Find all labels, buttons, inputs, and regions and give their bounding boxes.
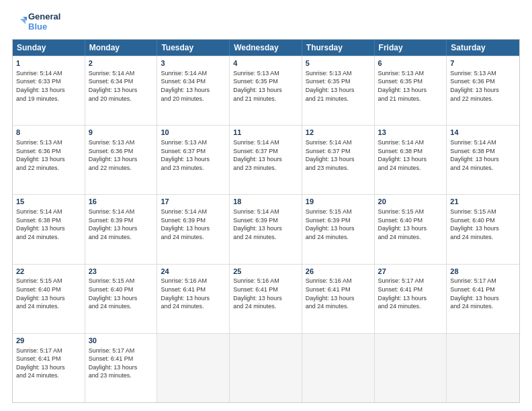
calendar-cell: 4Sunrise: 5:13 AM Sunset: 6:35 PM Daylig… [230, 56, 302, 125]
day-info: Sunrise: 5:14 AM Sunset: 6:38 PM Dayligh… [378, 138, 443, 172]
day-number: 28 [450, 267, 516, 277]
calendar-cell: 12Sunrise: 5:14 AM Sunset: 6:37 PM Dayli… [302, 126, 375, 194]
day-number: 23 [89, 267, 154, 277]
day-number: 4 [233, 58, 298, 68]
logo: General Blue [12, 12, 60, 32]
calendar-cell: 8Sunrise: 5:13 AM Sunset: 6:36 PM Daylig… [13, 126, 85, 194]
day-info: Sunrise: 5:13 AM Sunset: 6:35 PM Dayligh… [233, 69, 298, 103]
calendar-cell: 18Sunrise: 5:14 AM Sunset: 6:39 PM Dayli… [230, 195, 302, 263]
day-number: 13 [378, 128, 443, 138]
calendar-cell: 7Sunrise: 5:13 AM Sunset: 6:36 PM Daylig… [447, 56, 519, 125]
day-info: Sunrise: 5:14 AM Sunset: 6:33 PM Dayligh… [16, 69, 81, 103]
day-number: 2 [89, 58, 154, 68]
calendar-cell: 5Sunrise: 5:13 AM Sunset: 6:35 PM Daylig… [302, 56, 375, 125]
calendar-cell: 27Sunrise: 5:17 AM Sunset: 6:41 PM Dayli… [375, 265, 447, 333]
day-number: 1 [16, 58, 81, 68]
day-info: Sunrise: 5:15 AM Sunset: 6:40 PM Dayligh… [378, 208, 443, 241]
day-number: 6 [378, 58, 443, 68]
calendar-cell: 2Sunrise: 5:14 AM Sunset: 6:34 PM Daylig… [85, 56, 158, 125]
day-number: 18 [233, 197, 298, 207]
calendar-cell: 19Sunrise: 5:15 AM Sunset: 6:39 PM Dayli… [302, 195, 375, 263]
day-number: 14 [450, 128, 516, 138]
calendar-cell [157, 334, 230, 402]
day-info: Sunrise: 5:16 AM Sunset: 6:41 PM Dayligh… [306, 277, 371, 310]
day-number: 3 [161, 58, 226, 68]
day-number: 25 [233, 267, 298, 277]
day-number: 7 [450, 58, 516, 68]
calendar-cell: 21Sunrise: 5:15 AM Sunset: 6:40 PM Dayli… [447, 195, 519, 263]
day-info: Sunrise: 5:13 AM Sunset: 6:36 PM Dayligh… [89, 138, 154, 172]
day-info: Sunrise: 5:14 AM Sunset: 6:39 PM Dayligh… [161, 208, 226, 241]
day-number: 20 [378, 197, 443, 207]
calendar-page: General Blue SundayMondayTuesdayWednesda… [0, 0, 532, 411]
day-info: Sunrise: 5:13 AM Sunset: 6:36 PM Dayligh… [450, 69, 516, 103]
calendar-cell: 9Sunrise: 5:13 AM Sunset: 6:36 PM Daylig… [85, 126, 158, 194]
calendar-cell: 3Sunrise: 5:14 AM Sunset: 6:34 PM Daylig… [157, 56, 230, 125]
day-number: 16 [89, 197, 154, 207]
calendar-cell: 23Sunrise: 5:15 AM Sunset: 6:40 PM Dayli… [85, 265, 158, 333]
calendar-header-cell: Wednesday [230, 40, 302, 56]
day-info: Sunrise: 5:15 AM Sunset: 6:39 PM Dayligh… [306, 208, 371, 241]
calendar-cell: 28Sunrise: 5:17 AM Sunset: 6:41 PM Dayli… [447, 265, 519, 333]
calendar-header-cell: Saturday [447, 40, 519, 56]
day-info: Sunrise: 5:17 AM Sunset: 6:41 PM Dayligh… [450, 277, 516, 310]
day-number: 27 [378, 267, 443, 277]
calendar-cell: 15Sunrise: 5:14 AM Sunset: 6:38 PM Dayli… [13, 195, 85, 263]
day-number: 24 [161, 267, 226, 277]
logo-bird-icon [12, 15, 27, 30]
calendar-cell: 30Sunrise: 5:17 AM Sunset: 6:41 PM Dayli… [85, 334, 158, 402]
calendar-cell: 26Sunrise: 5:16 AM Sunset: 6:41 PM Dayli… [302, 265, 375, 333]
calendar-row: 8Sunrise: 5:13 AM Sunset: 6:36 PM Daylig… [13, 125, 519, 194]
day-info: Sunrise: 5:16 AM Sunset: 6:41 PM Dayligh… [161, 277, 226, 310]
calendar-row: 29Sunrise: 5:17 AM Sunset: 6:41 PM Dayli… [13, 333, 519, 402]
day-number: 29 [16, 336, 81, 346]
day-info: Sunrise: 5:15 AM Sunset: 6:40 PM Dayligh… [16, 277, 81, 310]
calendar-cell: 17Sunrise: 5:14 AM Sunset: 6:39 PM Dayli… [157, 195, 230, 263]
logo-text: General Blue [28, 12, 60, 32]
day-info: Sunrise: 5:14 AM Sunset: 6:39 PM Dayligh… [89, 208, 154, 241]
calendar-header-cell: Thursday [302, 40, 375, 56]
calendar-body: 1Sunrise: 5:14 AM Sunset: 6:33 PM Daylig… [13, 56, 519, 402]
day-info: Sunrise: 5:13 AM Sunset: 6:35 PM Dayligh… [378, 69, 443, 103]
calendar-header: SundayMondayTuesdayWednesdayThursdayFrid… [13, 40, 519, 56]
day-number: 30 [89, 336, 154, 346]
calendar-cell: 20Sunrise: 5:15 AM Sunset: 6:40 PM Dayli… [375, 195, 447, 263]
calendar-header-cell: Friday [375, 40, 447, 56]
day-info: Sunrise: 5:14 AM Sunset: 6:38 PM Dayligh… [450, 138, 516, 172]
calendar-cell: 22Sunrise: 5:15 AM Sunset: 6:40 PM Dayli… [13, 265, 85, 333]
day-info: Sunrise: 5:13 AM Sunset: 6:37 PM Dayligh… [161, 138, 226, 172]
day-number: 5 [306, 58, 371, 68]
calendar-row: 1Sunrise: 5:14 AM Sunset: 6:33 PM Daylig… [13, 56, 519, 125]
day-info: Sunrise: 5:17 AM Sunset: 6:41 PM Dayligh… [378, 277, 443, 310]
day-info: Sunrise: 5:17 AM Sunset: 6:41 PM Dayligh… [89, 347, 154, 380]
calendar-cell: 16Sunrise: 5:14 AM Sunset: 6:39 PM Dayli… [85, 195, 158, 263]
calendar-cell [447, 334, 519, 402]
day-number: 17 [161, 197, 226, 207]
calendar: SundayMondayTuesdayWednesdayThursdayFrid… [12, 39, 520, 403]
day-info: Sunrise: 5:14 AM Sunset: 6:39 PM Dayligh… [233, 208, 298, 241]
day-number: 9 [89, 128, 154, 138]
day-info: Sunrise: 5:15 AM Sunset: 6:40 PM Dayligh… [89, 277, 154, 310]
day-number: 12 [306, 128, 371, 138]
calendar-header-cell: Sunday [13, 40, 85, 56]
calendar-cell: 6Sunrise: 5:13 AM Sunset: 6:35 PM Daylig… [375, 56, 447, 125]
day-number: 21 [450, 197, 516, 207]
calendar-cell: 29Sunrise: 5:17 AM Sunset: 6:41 PM Dayli… [13, 334, 85, 402]
day-info: Sunrise: 5:14 AM Sunset: 6:34 PM Dayligh… [161, 69, 226, 103]
calendar-cell: 1Sunrise: 5:14 AM Sunset: 6:33 PM Daylig… [13, 56, 85, 125]
calendar-cell: 11Sunrise: 5:14 AM Sunset: 6:37 PM Dayli… [230, 126, 302, 194]
day-info: Sunrise: 5:14 AM Sunset: 6:34 PM Dayligh… [89, 69, 154, 103]
calendar-row: 15Sunrise: 5:14 AM Sunset: 6:38 PM Dayli… [13, 194, 519, 263]
day-number: 10 [161, 128, 226, 138]
calendar-header-cell: Monday [85, 40, 158, 56]
page-header: General Blue [12, 12, 520, 32]
calendar-header-cell: Tuesday [157, 40, 230, 56]
day-info: Sunrise: 5:13 AM Sunset: 6:35 PM Dayligh… [306, 69, 371, 103]
calendar-cell: 24Sunrise: 5:16 AM Sunset: 6:41 PM Dayli… [157, 265, 230, 333]
calendar-cell [375, 334, 447, 402]
calendar-cell: 25Sunrise: 5:16 AM Sunset: 6:41 PM Dayli… [230, 265, 302, 333]
calendar-cell [230, 334, 302, 402]
day-number: 19 [306, 197, 371, 207]
day-info: Sunrise: 5:14 AM Sunset: 6:37 PM Dayligh… [233, 138, 298, 172]
calendar-cell: 13Sunrise: 5:14 AM Sunset: 6:38 PM Dayli… [375, 126, 447, 194]
